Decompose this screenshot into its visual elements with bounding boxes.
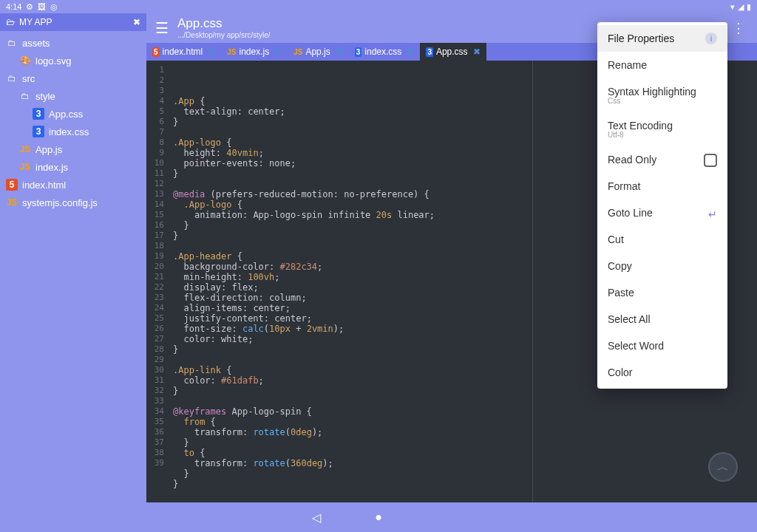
file-tree-item[interactable]: 3App.css [0, 105, 146, 123]
context-menu-item[interactable]: Read Only [597, 146, 727, 173]
menu-item-label: Text Encoding [608, 120, 673, 132]
status-bar: 4:14 ⚙ 🖼 ◎ ▾ ◢ ▮ [0, 0, 757, 13]
file-tree-label: index.html [22, 180, 66, 191]
context-menu-item[interactable]: Select All [597, 306, 727, 332]
context-menu-item[interactable]: Paste [597, 279, 727, 306]
target-icon: ◎ [50, 2, 58, 12]
file-tree-label: App.css [49, 109, 83, 120]
editor-tab[interactable]: 3App.css✖ [420, 43, 486, 61]
menu-item-label: Read Only [608, 154, 656, 166]
context-menu-item[interactable]: Goto Line↵ [597, 200, 727, 226]
file-tree-item[interactable]: 🗀assets [0, 34, 146, 52]
context-menu-item[interactable]: Select Word [597, 332, 727, 359]
tab-label: index.html [163, 47, 203, 57]
file-tree-label: systemjs.config.js [22, 197, 98, 208]
js-icon: JS [19, 161, 31, 173]
context-menu-item[interactable]: Color [597, 359, 727, 386]
menu-item-label: Color [608, 366, 632, 378]
file-tree-label: index.js [35, 162, 68, 173]
context-menu-item[interactable]: Syntax HighlightingCss [597, 78, 727, 112]
file-tree-item[interactable]: 3index.css [0, 123, 146, 140]
css-icon: 3 [33, 126, 44, 137]
folder-icon: 🗀 [6, 72, 18, 84]
editor-tab[interactable]: 5index.html✖ [146, 43, 221, 61]
print-margin [532, 61, 533, 502]
close-project-icon[interactable]: ✖ [133, 17, 140, 27]
popup-header-label: File Properties [608, 33, 674, 44]
image-icon: 🖼 [38, 2, 46, 11]
enter-icon: ↵ [708, 208, 717, 220]
folder-icon: 🗀 [19, 90, 31, 102]
nav-back-icon[interactable]: ◁ [303, 511, 330, 525]
context-menu-item[interactable]: Format [597, 173, 727, 200]
file-tree-item[interactable]: JSindex.js [0, 158, 146, 176]
scroll-fab[interactable]: ︿ [708, 452, 738, 482]
checkbox[interactable] [704, 154, 717, 167]
popup-header[interactable]: File Properties i [597, 25, 727, 52]
css-icon: 3 [355, 47, 362, 57]
menu-item-sub: Css [608, 97, 717, 105]
file-tree-label: style [35, 91, 55, 102]
context-menu-item[interactable]: Cut [597, 226, 727, 253]
tab-label: App.js [305, 47, 330, 57]
file-tree-label: logo.svg [35, 55, 71, 66]
editor-tab[interactable]: JSindex.js✖ [221, 43, 288, 61]
file-explorer-sidebar: 🗁 MY APP ✖ 🗀assets🎨logo.svg🗀src🗀style3Ap… [0, 13, 146, 502]
context-menu-item[interactable]: Rename [597, 52, 727, 78]
menu-item-label: Copy [608, 260, 632, 272]
status-time: 4:14 [6, 2, 21, 11]
chevron-up-icon: ︿ [717, 460, 729, 475]
signal-icon: ◢ [738, 2, 744, 12]
file-tree-label: App.js [35, 144, 62, 155]
hamburger-menu-icon[interactable]: ☰ [155, 19, 169, 37]
battery-icon: ▮ [747, 2, 751, 12]
menu-item-sub: Utf-8 [608, 131, 717, 139]
file-tree-item[interactable]: 🗀src [0, 69, 146, 87]
nav-home-icon[interactable]: ● [365, 511, 392, 524]
file-tree-item[interactable]: JSsystemjs.config.js [0, 194, 146, 211]
js-icon: JS [6, 197, 18, 208]
file-title: App.css [177, 17, 271, 31]
menu-item-label: Format [608, 180, 640, 192]
tab-close-icon[interactable]: ✖ [208, 47, 215, 57]
sidebar-header[interactable]: 🗁 MY APP ✖ [0, 13, 146, 31]
file-tree-item[interactable]: JSApp.js [0, 140, 146, 158]
js-icon: JS [19, 143, 31, 155]
html-icon: 5 [152, 47, 160, 57]
file-tree-label: src [22, 73, 35, 84]
menu-item-label: Paste [608, 287, 634, 299]
html-icon: 5 [6, 179, 18, 191]
tab-close-icon[interactable]: ✖ [473, 47, 481, 57]
menu-item-label: Rename [608, 59, 647, 71]
image-file-icon: 🎨 [19, 55, 31, 66]
css-icon: 3 [426, 47, 433, 57]
tab-close-icon[interactable]: ✖ [407, 47, 414, 57]
context-menu-item[interactable]: Copy [597, 253, 727, 279]
file-tree-item[interactable]: 5index.html [0, 176, 146, 194]
file-tree-item[interactable]: 🎨logo.svg [0, 52, 146, 69]
context-menu-item[interactable]: Text EncodingUtf-8 [597, 112, 727, 146]
editor-tab[interactable]: JSApp.js✖ [288, 43, 349, 61]
tab-label: App.css [436, 47, 468, 57]
file-tree-item[interactable]: 🗀style [0, 87, 146, 105]
file-path: .../Desktop/my app/src/style/ [177, 31, 271, 39]
gear-icon: ⚙ [26, 2, 33, 12]
wifi-icon: ▾ [730, 2, 735, 12]
menu-item-label: Select All [608, 313, 651, 325]
editor-tab[interactable]: 3index.css✖ [349, 43, 421, 61]
menu-item-label: Syntax Highlighting [608, 86, 696, 98]
menu-item-label: Cut [608, 233, 624, 245]
tab-label: index.js [240, 47, 270, 57]
tab-close-icon[interactable]: ✖ [336, 47, 343, 57]
title-block: App.css .../Desktop/my app/src/style/ [177, 17, 271, 39]
context-menu: File Properties i RenameSyntax Highlight… [597, 22, 727, 389]
js-icon: JS [293, 48, 302, 56]
tab-close-icon[interactable]: ✖ [274, 47, 282, 57]
menu-item-label: Select Word [608, 340, 664, 352]
folder-icon: 🗀 [6, 37, 18, 49]
overflow-menu-icon[interactable]: ⋮ [729, 20, 748, 36]
js-icon: JS [227, 48, 236, 56]
info-icon[interactable]: i [705, 33, 717, 44]
menu-item-label: Goto Line [608, 207, 653, 219]
tab-label: index.css [364, 47, 401, 57]
